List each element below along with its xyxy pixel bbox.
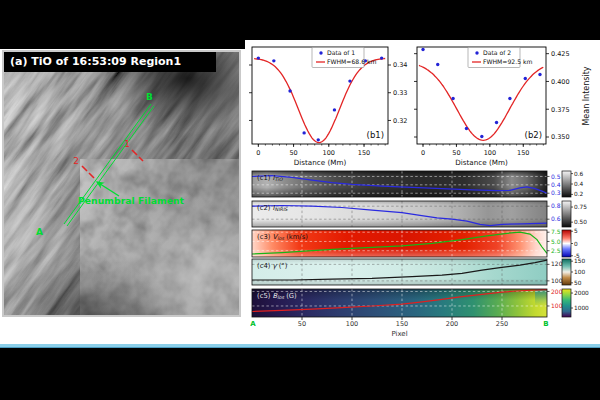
(c3)-colorbar — [562, 230, 571, 257]
cut-marker-2-label: 2 — [73, 156, 79, 166]
endpoint-a-label: A — [36, 227, 43, 237]
panel-c-stack: (c1) ITiO​0.50.40.30.60.40.2(c2) INIRIS​… — [250, 169, 600, 347]
endpoint-b-label: B — [146, 92, 153, 102]
letterbox-patch — [0, 40, 245, 49]
svg-text:50: 50 — [289, 149, 297, 157]
svg-text:0: 0 — [574, 241, 578, 247]
panel-c1: (c1) ITiO​0.50.40.30.60.40.2 — [252, 171, 584, 198]
svg-text:7.5: 7.5 — [551, 228, 561, 235]
svg-text:50: 50 — [452, 149, 460, 157]
svg-text:2000: 2000 — [574, 290, 589, 296]
panel-b2-plot: 0501001500.3500.3750.4000.425Data of 2FW… — [411, 41, 600, 169]
svg-text:200: 200 — [446, 320, 458, 328]
b1-tag: (b1) — [367, 130, 384, 140]
svg-text:120: 120 — [551, 260, 563, 267]
tio-annotations: B A 1 2 Penumbral Filament — [4, 52, 239, 315]
panel-c4: (c4) γ (°)12010015010050 — [252, 258, 585, 286]
cut-marker-2 — [82, 166, 94, 178]
window-bottom-edge — [0, 344, 600, 348]
svg-text:150: 150 — [574, 258, 585, 264]
(c5)-label: (c5) Blos​ (G) — [257, 292, 297, 301]
c-xaxis: 50100150200250ABPixel — [250, 317, 548, 338]
svg-text:100: 100 — [574, 269, 585, 275]
svg-text:0.8: 0.8 — [551, 202, 561, 209]
svg-text:150: 150 — [396, 320, 408, 328]
figure-stage: B A 1 2 Penumbral Filament (a) TiO of 16… — [0, 0, 600, 400]
b2-xlabel: Distance (Mm) — [455, 158, 508, 167]
(c4)-label: (c4) γ (°) — [257, 262, 288, 270]
svg-text:0.4: 0.4 — [551, 181, 561, 188]
filament-arrow — [97, 182, 119, 196]
cut-marker-1-label: 1 — [124, 139, 130, 149]
b2-tag: (b2) — [525, 130, 542, 140]
svg-text:0.4: 0.4 — [574, 181, 584, 187]
b1-xlabel: Distance (Mm) — [294, 158, 347, 167]
svg-text:0.6: 0.6 — [551, 215, 561, 222]
svg-text:0.33: 0.33 — [393, 89, 407, 97]
panel-a-title: (a) TiO of 16:53:09 Region1 — [4, 52, 216, 72]
svg-text:50: 50 — [574, 280, 582, 286]
svg-text:0.3: 0.3 — [551, 189, 561, 196]
svg-text:FWHM=68.6 km: FWHM=68.6 km — [327, 58, 377, 65]
panel-a-image: B A 1 2 Penumbral Filament (a) TiO of 16… — [2, 50, 241, 317]
svg-text:0.400: 0.400 — [551, 78, 570, 86]
(c5)-colorbar — [562, 289, 571, 317]
svg-text:100: 100 — [323, 149, 335, 157]
svg-text:0.32: 0.32 — [393, 117, 407, 125]
svg-text:50: 50 — [298, 320, 306, 328]
(c1)-colorbar — [562, 171, 571, 197]
svg-text:100: 100 — [551, 277, 563, 284]
svg-text:0: 0 — [256, 149, 260, 157]
svg-text:0.50: 0.50 — [574, 219, 587, 225]
svg-text:150: 150 — [517, 149, 529, 157]
svg-text:0.34: 0.34 — [393, 61, 407, 69]
panel-c3: (c3) Vlos​ (km/s)7.55.02.550-5 — [252, 228, 580, 259]
svg-text:Data of 1: Data of 1 — [327, 49, 355, 56]
svg-text:100: 100 — [484, 149, 496, 157]
svg-text:0.425: 0.425 — [551, 50, 570, 58]
filament-annotation: Penumbral Filament — [78, 195, 185, 206]
panel-b1-plot: 0501001500.320.330.34Data of 1FWHM=68.6 … — [246, 41, 416, 169]
(c4)-colorbar — [562, 259, 571, 285]
svg-text:0.2: 0.2 — [574, 191, 584, 197]
mean-intensity-axis-label: Mean Intensity — [582, 66, 591, 125]
svg-text:250: 250 — [496, 320, 508, 328]
svg-text:100: 100 — [346, 320, 358, 328]
svg-text:5: 5 — [574, 228, 578, 234]
slit-line-2 — [67, 106, 154, 226]
panel-c2: (c2) INIRIS​0.80.60.750.50 — [252, 201, 587, 227]
c-xaxis-label: Pixel — [391, 330, 407, 338]
panel-c5: (c5) Blos​ (G)2000100020001000 — [252, 288, 589, 317]
svg-text:2.5: 2.5 — [551, 247, 561, 254]
figure-canvas: B A 1 2 Penumbral Filament (a) TiO of 16… — [0, 40, 600, 348]
svg-text:0: 0 — [421, 149, 425, 157]
c-endpoint-b: B — [543, 320, 548, 328]
svg-text:0.375: 0.375 — [551, 106, 570, 114]
svg-text:0.75: 0.75 — [574, 204, 587, 210]
svg-text:5.0: 5.0 — [551, 238, 561, 245]
svg-text:0.5: 0.5 — [551, 173, 561, 180]
svg-text:FWHM=92.5 km: FWHM=92.5 km — [483, 58, 533, 65]
cut-marker-1 — [132, 150, 143, 161]
svg-text:1000: 1000 — [574, 305, 589, 311]
svg-text:0.6: 0.6 — [574, 171, 584, 177]
svg-text:150: 150 — [358, 149, 370, 157]
(c2)-colorbar — [562, 201, 571, 227]
svg-text:Data of 2: Data of 2 — [483, 49, 511, 56]
c-endpoint-a: A — [250, 320, 256, 328]
svg-text:0.350: 0.350 — [551, 133, 570, 141]
